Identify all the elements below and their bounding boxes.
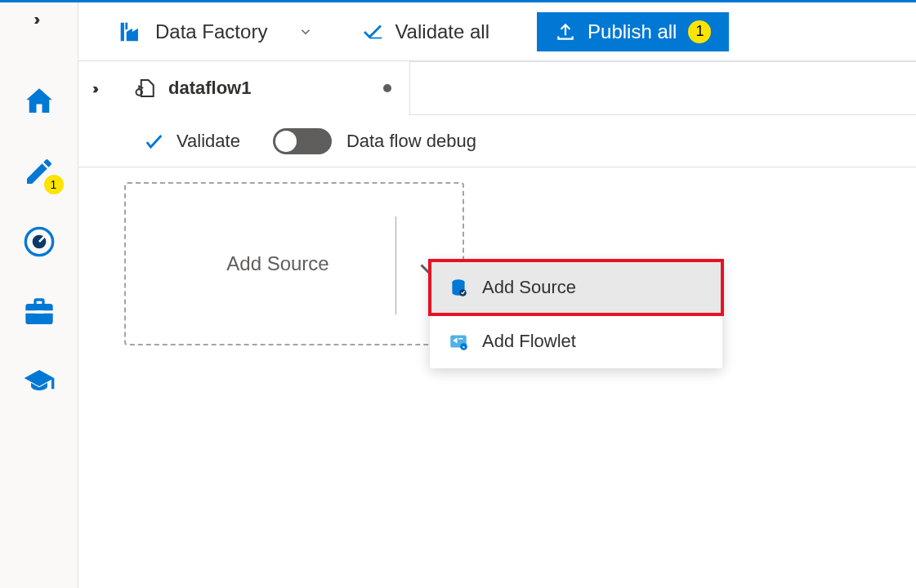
author-badge: 1 <box>44 175 64 194</box>
check-all-icon <box>360 20 385 44</box>
toggle-knob <box>275 131 297 152</box>
svg-rect-2 <box>35 310 43 313</box>
home-icon <box>22 84 56 118</box>
chevron-down-icon <box>298 24 313 39</box>
debug-label: Data flow debug <box>346 131 476 152</box>
add-source-menu: Add Source Add Flowlet <box>430 261 722 368</box>
publish-all-button[interactable]: Publish all 1 <box>537 12 729 51</box>
validate-button[interactable]: Validate <box>142 130 240 153</box>
tab-row: ‹‹ dataflow1 <box>78 61 916 115</box>
dataflow-toolbar: Validate Data flow debug <box>78 115 916 167</box>
nav-monitor[interactable] <box>20 222 59 261</box>
svg-rect-3 <box>125 22 127 29</box>
check-icon <box>142 130 165 153</box>
nav-learn[interactable] <box>20 363 59 402</box>
factory-icon <box>116 18 144 46</box>
dataflow-canvas[interactable]: Add Source Add Source Add Flowlet <box>78 167 916 345</box>
placeholder-divider <box>395 216 396 314</box>
tab-strip-empty <box>410 61 916 115</box>
nav-manage[interactable] <box>20 292 59 332</box>
publish-all-label: Publish all <box>588 20 677 43</box>
resource-panel-expand-icon[interactable]: ‹‹ <box>78 82 116 99</box>
debug-toggle[interactable] <box>273 128 332 154</box>
menu-item-add-source[interactable]: Add Source <box>430 261 722 314</box>
upload-icon <box>555 21 576 42</box>
menu-item-add-flowlet[interactable]: Add Flowlet <box>430 314 722 368</box>
validate-label: Validate <box>176 131 240 152</box>
tab-dirty-indicator <box>383 84 391 92</box>
tab-dataflow1[interactable]: dataflow1 <box>116 61 410 115</box>
gauge-icon <box>23 225 56 258</box>
nav-home[interactable] <box>20 82 59 121</box>
brand-dropdown[interactable]: Data Factory <box>116 18 313 46</box>
flowlet-icon <box>448 331 469 352</box>
validate-all-button[interactable]: Validate all <box>360 20 489 44</box>
tab-title: dataflow1 <box>168 78 251 99</box>
dataflow-icon <box>134 76 159 100</box>
publish-count-badge: 1 <box>688 20 711 43</box>
validate-all-label: Validate all <box>395 20 489 43</box>
add-source-placeholder[interactable]: Add Source <box>124 182 464 345</box>
add-source-placeholder-label: Add Source <box>126 252 462 275</box>
graduation-cap-icon <box>23 366 56 399</box>
brand-label: Data Factory <box>155 20 267 43</box>
content-area: ‹‹ dataflow1 Validate Data flow debug Ad… <box>78 61 916 588</box>
nav-author[interactable]: 1 <box>20 152 59 191</box>
left-nav-rail: ‹‹ 1 <box>0 2 78 588</box>
source-db-icon <box>448 277 469 298</box>
menu-item-label: Add Flowlet <box>482 331 576 352</box>
debug-toggle-group: Data flow debug <box>273 128 476 154</box>
toolbox-icon <box>23 296 56 328</box>
menu-item-label: Add Source <box>482 277 576 298</box>
top-toolbar: Data Factory Validate all Publish all 1 <box>78 2 916 61</box>
